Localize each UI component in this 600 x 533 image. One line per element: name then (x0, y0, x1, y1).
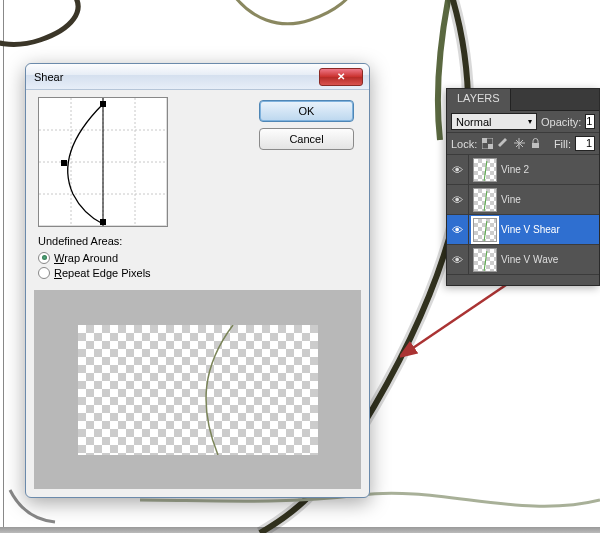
lock-icons-group (481, 137, 550, 150)
layer-row[interactable]: 👁 Vine (447, 185, 599, 215)
opacity-value[interactable]: 1 (585, 114, 595, 129)
lock-transparency-icon[interactable] (481, 137, 494, 150)
window-bottom-edge (0, 527, 600, 533)
fill-label: Fill: (554, 138, 571, 150)
lock-label: Lock: (451, 138, 477, 150)
dialog-body: OK Cancel Undefined Areas: Wrap Around R… (26, 90, 369, 497)
eye-icon: 👁 (452, 194, 463, 206)
layers-panel: LAYERS Normal ▾ Opacity: 1 Lock: Fill: 1… (446, 88, 600, 286)
layer-row[interactable]: 👁 Vine V Wave (447, 245, 599, 275)
dialog-titlebar[interactable]: Shear ✕ (26, 64, 369, 90)
svg-rect-13 (482, 138, 487, 143)
layer-thumbnail[interactable] (473, 158, 497, 182)
close-icon: ✕ (337, 71, 345, 82)
cancel-button[interactable]: Cancel (259, 128, 354, 150)
blend-opacity-row: Normal ▾ Opacity: 1 (447, 111, 599, 133)
lock-position-icon[interactable] (513, 137, 526, 150)
undefined-areas-group: Undefined Areas: Wrap Around Repeat Edge… (38, 235, 151, 280)
panel-footer (447, 275, 599, 285)
fill-value[interactable]: 1 (575, 136, 595, 151)
lock-all-icon[interactable] (529, 137, 542, 150)
layer-name[interactable]: Vine (501, 194, 599, 205)
layer-list: 👁 Vine 2 👁 Vine 👁 Vine V Shear 👁 Vine V … (447, 155, 599, 275)
layer-name[interactable]: Vine V Shear (501, 224, 599, 235)
visibility-toggle[interactable]: 👁 (447, 185, 469, 214)
layer-row[interactable]: 👁 Vine V Shear (447, 215, 599, 245)
visibility-toggle[interactable]: 👁 (447, 155, 469, 184)
eye-icon: 👁 (452, 224, 463, 236)
blend-mode-value: Normal (456, 116, 491, 128)
radio-icon (38, 267, 50, 279)
shear-curve-grid[interactable] (38, 97, 168, 227)
layer-row[interactable]: 👁 Vine 2 (447, 155, 599, 185)
close-button[interactable]: ✕ (319, 68, 363, 86)
layer-name[interactable]: Vine V Wave (501, 254, 599, 265)
blend-mode-select[interactable]: Normal ▾ (451, 113, 537, 130)
layer-thumbnail[interactable] (473, 218, 497, 242)
opacity-label: Opacity: (541, 116, 581, 128)
wrap-around-label: Wrap Around (54, 252, 118, 264)
svg-rect-9 (100, 101, 106, 107)
visibility-toggle[interactable]: 👁 (447, 215, 469, 244)
eye-icon: 👁 (452, 164, 463, 176)
layers-tab[interactable]: LAYERS (447, 89, 511, 111)
ok-button[interactable]: OK (259, 100, 354, 122)
dialog-title: Shear (32, 71, 319, 83)
svg-rect-10 (61, 160, 67, 166)
lock-fill-row: Lock: Fill: 1 (447, 133, 599, 155)
wrap-around-option[interactable]: Wrap Around (38, 250, 151, 265)
lock-pixels-icon[interactable] (497, 137, 510, 150)
svg-rect-14 (488, 144, 493, 149)
panel-tabs: LAYERS (447, 89, 599, 111)
layer-thumbnail[interactable] (473, 188, 497, 212)
shear-preview (34, 290, 361, 489)
eye-icon: 👁 (452, 254, 463, 266)
repeat-edge-option[interactable]: Repeat Edge Pixels (38, 265, 151, 280)
radio-icon (38, 252, 50, 264)
chevron-down-icon: ▾ (528, 117, 532, 126)
layer-name[interactable]: Vine 2 (501, 164, 599, 175)
svg-rect-15 (532, 143, 539, 148)
visibility-toggle[interactable]: 👁 (447, 245, 469, 274)
preview-canvas (78, 325, 318, 455)
undefined-areas-label: Undefined Areas: (38, 235, 151, 247)
repeat-edge-label: Repeat Edge Pixels (54, 267, 151, 279)
layer-thumbnail[interactable] (473, 248, 497, 272)
svg-rect-11 (100, 219, 106, 225)
shear-dialog: Shear ✕ OK Cancel Undefined Areas: (25, 63, 370, 498)
